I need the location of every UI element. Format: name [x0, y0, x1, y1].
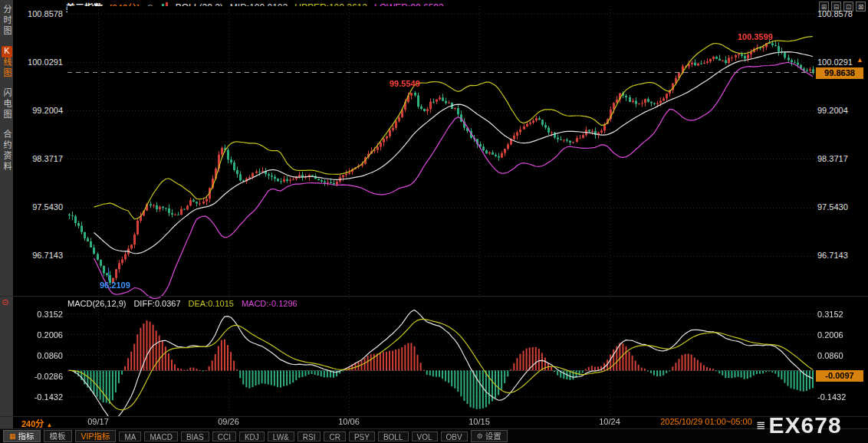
last-price-box: 99.8638	[816, 67, 863, 79]
indicator-grid-icon: ▦	[9, 431, 16, 441]
indicator-settings-icon[interactable]: ⊙	[2, 297, 8, 307]
kline-tab-rest: 线图	[2, 57, 12, 79]
y-axis-label: 100.8578	[817, 9, 868, 18]
macd-axis-label: -0.1432	[817, 392, 868, 402]
low-annotation-line	[108, 267, 109, 281]
low-price-annotation: 96.2109	[100, 281, 130, 290]
y-axis-label: 99.2004	[12, 106, 63, 115]
macd-axis-label: 0.3152	[817, 310, 868, 319]
x-axis-label: 10/15	[462, 417, 496, 426]
sidebar-item-flash-chart[interactable]: 闪电图	[0, 88, 13, 120]
footer-toolbar: ▦指标 模板 VIP指标 MA MACD BIAS CCI KDJ LW& RS…	[0, 429, 868, 443]
peak-price-annotation: 99.5549	[390, 79, 420, 88]
tab-indicator[interactable]: ▦指标	[3, 430, 41, 442]
macd-axis-label: 0.2006	[12, 330, 63, 340]
gear-icon: ⚙	[477, 431, 483, 441]
macd-axis-label: 0.2006	[817, 330, 868, 340]
sidebar-item-contract-info[interactable]: 合约资料	[0, 130, 13, 172]
macd-axis-label: 0.3152	[12, 310, 63, 319]
high-price-annotation: 100.3599	[738, 32, 773, 41]
sidebar: 分时图 K线图 闪电图 合约资料 ⊙	[0, 0, 13, 429]
x-axis-label: 10/24	[593, 417, 626, 426]
macd-last-value-box: -0.0097	[816, 370, 863, 382]
watermark-text: EX678	[769, 412, 842, 438]
x-axis-label: 09/17	[81, 417, 115, 426]
sidebar-item-time-chart[interactable]: 分时图	[0, 5, 13, 37]
indicator-button-bias[interactable]: BIAS	[181, 432, 209, 441]
macd-axis-label: 0.0860	[12, 351, 63, 360]
y-axis-label: 96.7143	[12, 251, 63, 260]
main-chart-canvas[interactable]	[67, 6, 814, 300]
macd-diff-value: DIFF:0.0367	[133, 299, 180, 308]
y-axis-label: 97.5430	[12, 202, 63, 212]
price-up-arrow-icon: ▲	[856, 56, 863, 64]
x-axis: 240分 ▲ 09/17 09/26 10/06 10/15 10/24 202…	[0, 417, 868, 428]
macd-axis-label: 0.0860	[817, 351, 868, 360]
y-axis-label: 100.0291	[12, 57, 63, 67]
y-axis-label: 98.3717	[12, 154, 63, 163]
watermark: ≣ EX678	[756, 412, 842, 438]
indicator-button-macd[interactable]: MACD	[144, 432, 177, 441]
kline-tab-head: K	[2, 46, 12, 57]
y-axis-label: 98.3717	[817, 154, 868, 163]
indicator-button-cr[interactable]: CR	[324, 432, 345, 441]
y-axis-label: 97.5430	[817, 202, 868, 212]
period-selector[interactable]: 240分 ▲	[21, 417, 52, 429]
indicator-button-obv[interactable]: OBV	[441, 432, 468, 441]
y-axis-label: 96.7143	[817, 251, 868, 260]
macd-canvas[interactable]	[67, 309, 814, 416]
x-axis-label: 09/26	[212, 417, 245, 426]
panel-divider	[0, 296, 868, 297]
macd-header: MACD(26,12,9) DIFF:0.0367 DEA:0.1015 MAC…	[67, 299, 298, 308]
period-up-arrow-icon: ▲	[46, 422, 52, 428]
macd-dea-value: DEA:0.1015	[189, 299, 234, 308]
indicator-button-vol[interactable]: VOL	[412, 432, 438, 441]
indicator-button-psy[interactable]: PSY	[349, 432, 375, 441]
chart-app: 分时图 K线图 闪电图 合约资料 ⊙ 美元指数 [240分] ⊖ BOLL(20…	[0, 0, 868, 443]
indicator-button-cci[interactable]: CCI	[212, 432, 236, 441]
current-candle-time: 2025/10/29 01:00~05:00	[641, 417, 771, 426]
tab-vip-indicator[interactable]: VIP指标	[75, 430, 117, 442]
y-axis-label: 100.8578	[12, 9, 63, 18]
macd-title: MACD(26,12,9)	[67, 299, 126, 308]
macd-axis-label: -0.1432	[12, 392, 63, 402]
macd-macd-value: MACD:-0.1296	[242, 299, 298, 308]
y-axis-label: 99.2004	[817, 106, 868, 115]
sidebar-item-kline-chart[interactable]: K线图	[0, 46, 13, 79]
indicator-button-boll[interactable]: BOLL	[378, 432, 409, 441]
indicator-button-kdj[interactable]: KDJ	[239, 432, 265, 441]
tab-template[interactable]: 模板	[44, 430, 72, 442]
indicator-button-ma[interactable]: MA	[119, 432, 141, 441]
macd-axis-label: -0.0286	[12, 372, 63, 381]
ex678-logo-icon: ≣	[756, 418, 766, 432]
indicator-button-rsi[interactable]: RSI	[298, 432, 321, 441]
indicator-button-lw[interactable]: LW&	[268, 432, 294, 441]
settings-button[interactable]: ⚙设置	[471, 430, 508, 442]
x-axis-label: 10/06	[332, 417, 366, 426]
